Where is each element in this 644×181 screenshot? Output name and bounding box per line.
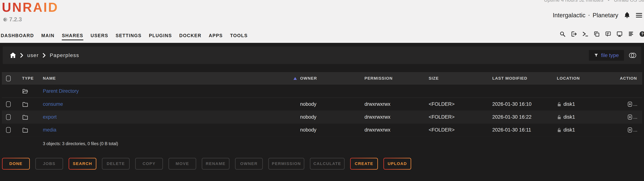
table-header: TYPE NAME OWNER PERMISSION SIZE LAST MOD… [2,72,642,84]
notifications-button[interactable] [624,12,630,19]
permission-button: PERMISSION [268,158,304,170]
home-icon[interactable] [10,52,16,58]
select-all-checkbox[interactable] [6,76,11,81]
modified-cell: 2026-01-30 16:11 [492,127,557,133]
funnel-icon [594,53,598,58]
remote-access-icon[interactable] [616,31,623,37]
file-type-filter[interactable]: file type [589,50,624,61]
svg-text:?: ? [641,32,644,36]
server-area: Intergalactic • Planetary [553,12,642,19]
row-checkbox[interactable] [6,127,11,133]
menu-button[interactable] [636,13,642,18]
col-location[interactable]: LOCATION [557,76,620,81]
server-name-separator: • [588,13,590,18]
action-cell: ... [620,114,642,120]
search-icon[interactable] [560,31,566,37]
app-header: Uptime 4 hours 52 minutes•Unraid OS Star… [0,0,644,43]
expand-actions-icon[interactable] [627,101,633,107]
nav-dashboard[interactable]: DASHBOARD [1,33,34,40]
bell-icon [624,12,630,19]
chevron-right-icon [38,53,50,58]
server-names: Intergalactic • Planetary [553,12,618,19]
breadcrumb-user[interactable]: user [27,52,38,58]
folder-icon [22,101,28,107]
server-name: Intergalactic [553,12,586,19]
view-toggle[interactable] [628,52,637,59]
breadcrumb-share[interactable]: Paperpless [50,52,79,58]
breadcrumb: user Paperpless file type [3,46,641,64]
col-size[interactable]: SIZE [429,76,492,81]
nav-shares[interactable]: SHARES [62,33,83,40]
owner-cell: nobody [300,114,364,120]
expand-actions-icon[interactable] [627,114,633,120]
location-cell: disk1 [557,127,620,133]
update-status-icon [3,17,8,22]
folder-link[interactable]: media [43,127,56,133]
unraid-logo[interactable]: UNRAID [2,0,58,15]
row-checkbox[interactable] [6,114,11,120]
upload-button[interactable]: UPLOAD [384,158,411,170]
expand-actions-icon[interactable] [627,127,633,133]
copy-button: COPY [135,158,163,170]
folder-link[interactable]: consume [43,101,63,107]
burger-icon [636,13,642,14]
action-cell: ... [620,127,642,133]
col-action: ACTION [620,76,642,81]
row-checkbox[interactable] [6,101,11,107]
action-bar: DONE JOBS SEARCH DELETE COPY MOVE RENAME… [2,158,411,170]
nav-plugins[interactable]: PLUGINS [149,33,172,40]
parent-directory-row: Parent Directory [2,84,642,98]
sign-out-icon[interactable] [571,31,577,37]
license-text: Unraid OS Starter [614,0,644,3]
nav-tools[interactable]: TOOLS [230,33,248,40]
folder-icon [22,127,28,133]
copy-icon[interactable] [594,31,600,37]
col-owner[interactable]: OWNER [300,76,364,81]
size-cell: <FOLDER> [429,127,492,133]
permission-cell: drwxrwxrwx [364,127,429,133]
more-dots[interactable]: ... [633,114,638,120]
rename-button: RENAME [202,158,230,170]
open-folder-icon [22,88,28,94]
terminal-icon[interactable] [582,31,588,37]
folder-icon [22,114,28,120]
toggle-icon [628,52,637,59]
move-button: MOVE [168,158,196,170]
object-count-summary: 3 objects: 3 directories, 0 files (0 B t… [43,141,642,146]
col-modified[interactable]: LAST MODIFIED [492,76,557,81]
lock-icon [557,128,562,132]
permission-cell: drwxrwxrwx [364,114,429,120]
create-button[interactable]: CREATE [350,158,378,170]
parent-directory-link[interactable]: Parent Directory [43,88,79,94]
folder-link[interactable]: export [43,114,57,120]
action-cell: ... [620,101,642,107]
status-separator: • [608,0,610,3]
nav-docker[interactable]: DOCKER [179,33,201,40]
unraid-window: Uptime 4 hours 52 minutes•Unraid OS Star… [0,0,644,181]
uptime-status: Uptime 4 hours 52 minutes•Unraid OS Star… [544,0,644,3]
col-type[interactable]: TYPE [16,76,37,81]
file-table: TYPE NAME OWNER PERMISSION SIZE LAST MOD… [2,72,642,146]
logs-icon[interactable] [628,31,634,37]
search-button[interactable]: SEARCH [68,158,96,170]
owner-cell: nobody [300,127,364,133]
feedback-icon[interactable] [605,31,611,37]
more-dots[interactable]: ... [633,101,638,107]
main-nav: DASHBOARD MAIN SHARES USERS SETTINGS PLU… [1,33,248,40]
col-name[interactable]: NAME [37,76,300,81]
col-permission[interactable]: PERMISSION [364,76,429,81]
sort-ascending-indicator [294,77,297,80]
nav-apps[interactable]: APPS [209,33,223,40]
file-browser: user Paperpless file type [0,43,644,181]
more-dots[interactable]: ... [633,127,638,133]
location-cell: disk1 [557,114,620,120]
modified-cell: 2026-01-30 16:22 [492,114,557,120]
header-toolbar: ? [560,31,644,37]
calculate-button: CALCULATE [310,158,344,170]
done-button[interactable]: DONE [2,158,30,170]
help-icon[interactable]: ? [639,31,644,37]
nav-users[interactable]: USERS [91,33,108,40]
nav-settings[interactable]: SETTINGS [116,33,142,40]
owner-cell: nobody [300,101,364,107]
nav-main[interactable]: MAIN [42,33,54,40]
